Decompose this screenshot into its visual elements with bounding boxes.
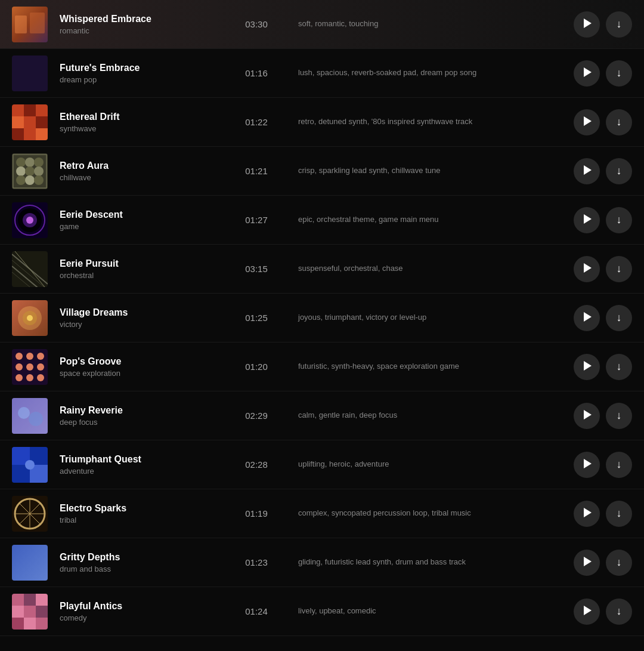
play-button[interactable] [574, 11, 600, 38]
play-button[interactable] [574, 207, 600, 233]
track-duration: 01:20 [227, 362, 286, 372]
track-genre: orchestral [60, 271, 227, 280]
download-button[interactable] [606, 60, 632, 87]
download-button[interactable] [606, 598, 632, 625]
track-tags: uplifting, heroic, adventure [286, 459, 574, 470]
track-genre: chillwave [60, 173, 227, 182]
track-genre: dream pop [60, 75, 227, 84]
download-button[interactable] [606, 256, 632, 282]
play-icon [582, 165, 592, 177]
svg-rect-75 [24, 594, 36, 606]
download-button[interactable] [606, 501, 632, 527]
track-genre: synthwave [60, 124, 227, 133]
track-tags: lively, upbeat, comedic [286, 606, 574, 616]
play-button[interactable] [574, 403, 600, 429]
svg-point-24 [34, 166, 44, 176]
track-actions [574, 501, 632, 527]
track-info: Future's Embrace dream pop [60, 63, 227, 84]
play-button[interactable] [574, 305, 600, 331]
play-icon [582, 410, 592, 421]
track-tags: gliding, futuristic lead synth, drum and… [286, 557, 574, 567]
download-button[interactable] [606, 158, 632, 184]
track-actions [574, 550, 632, 576]
play-button[interactable] [574, 598, 600, 625]
track-info: Eerie Pursuit orchestral [60, 258, 227, 280]
svg-point-51 [26, 374, 33, 381]
svg-point-52 [37, 374, 44, 381]
track-info: Pop's Groove space exploration [60, 356, 227, 378]
play-button[interactable] [574, 158, 600, 184]
download-button[interactable] [606, 109, 632, 135]
svg-rect-78 [24, 606, 36, 618]
svg-point-21 [34, 158, 44, 167]
svg-point-47 [16, 363, 23, 371]
download-icon [617, 360, 622, 373]
download-button[interactable] [606, 354, 632, 380]
track-duration: 01:21 [227, 166, 286, 176]
track-duration: 02:29 [227, 411, 286, 421]
download-button[interactable] [606, 550, 632, 576]
track-duration: 01:22 [227, 117, 286, 127]
track-genre: adventure [60, 467, 227, 476]
track-tags: lush, spacious, reverb-soaked pad, dream… [286, 67, 574, 78]
track-info: Village Dreams victory [60, 307, 227, 329]
track-thumbnail [12, 349, 48, 385]
track-genre: romantic [60, 26, 227, 35]
play-button[interactable] [574, 256, 600, 282]
play-button[interactable] [574, 452, 600, 478]
track-tags: joyous, triumphant, victory or level-up [286, 312, 574, 323]
download-button[interactable] [606, 305, 632, 331]
track-actions [574, 305, 632, 331]
svg-point-50 [16, 374, 23, 381]
track-info: Whispered Embrace romantic [60, 14, 227, 35]
svg-rect-12 [24, 116, 36, 128]
play-icon [582, 459, 592, 470]
track-item: Playful Antics comedy 01:24 lively, upbe… [0, 587, 644, 636]
track-thumbnail [12, 594, 48, 630]
play-icon [582, 361, 592, 372]
track-item: Pop's Groove space exploration 01:20 fut… [0, 343, 644, 391]
track-item: Ethereal Drift synthwave 01:22 retro, de… [0, 98, 644, 147]
download-icon [617, 263, 622, 275]
track-info: Triumphant Quest adventure [60, 454, 227, 476]
track-title: Gritty Depths [60, 552, 227, 563]
track-thumbnail [12, 251, 48, 287]
track-genre: comedy [60, 613, 227, 622]
track-title: Whispered Embrace [60, 14, 227, 24]
svg-point-46 [37, 353, 44, 360]
svg-rect-10 [36, 104, 48, 116]
track-duration: 01:27 [227, 215, 286, 225]
svg-rect-82 [36, 618, 48, 630]
track-actions [574, 354, 632, 380]
track-title: Retro Aura [60, 161, 227, 171]
svg-point-32 [26, 217, 33, 224]
track-actions [574, 158, 632, 184]
play-icon [582, 312, 592, 323]
track-tags: epic, orchestral theme, game main menu [286, 214, 574, 225]
play-button[interactable] [574, 60, 600, 87]
download-icon [617, 311, 622, 324]
download-button[interactable] [606, 452, 632, 478]
download-button[interactable] [606, 207, 632, 233]
play-button[interactable] [574, 550, 600, 576]
track-genre: victory [60, 320, 227, 329]
svg-point-44 [16, 353, 23, 360]
track-thumbnail [12, 55, 48, 91]
track-tags: suspenseful, orchestral, chase [286, 263, 574, 274]
track-item: Whispered Embrace romantic 03:30 soft, r… [0, 0, 644, 49]
svg-rect-81 [24, 618, 36, 630]
play-button[interactable] [574, 501, 600, 527]
svg-point-62 [25, 460, 35, 470]
track-info: Eerie Descent game [60, 209, 227, 231]
download-button[interactable] [606, 11, 632, 38]
play-button[interactable] [574, 109, 600, 135]
download-button[interactable] [606, 403, 632, 429]
track-duration: 01:25 [227, 313, 286, 323]
track-actions [574, 207, 632, 233]
play-button[interactable] [574, 354, 600, 380]
svg-point-19 [16, 158, 26, 167]
svg-point-26 [25, 175, 35, 185]
play-icon [582, 116, 592, 128]
svg-point-45 [26, 353, 33, 360]
svg-point-20 [25, 158, 35, 167]
